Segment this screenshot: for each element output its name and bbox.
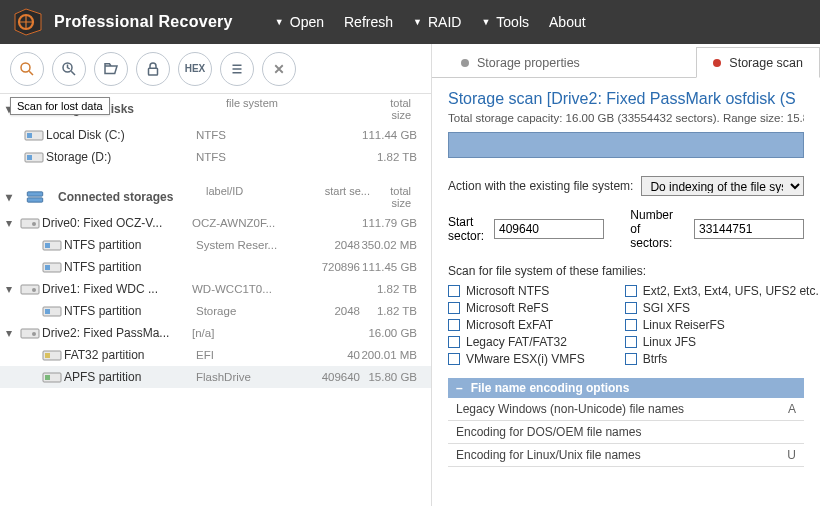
checkbox-icon (448, 319, 460, 331)
chevron-down-icon: ▼ (275, 17, 284, 27)
menu-refresh[interactable]: Refresh (344, 14, 393, 30)
svg-point-13 (32, 222, 36, 226)
collapse-icon[interactable]: ▾ (6, 190, 18, 204)
hex-button[interactable]: HEX (178, 52, 212, 86)
tab-scan-label: Storage scan (729, 56, 803, 70)
checkbox-label: Legacy FAT/FAT32 (466, 335, 567, 349)
drive-row[interactable]: ▾Drive1: Fixed WDC ...WD-WCC1T0...1.82 T… (0, 278, 431, 300)
svg-rect-7 (27, 133, 32, 138)
tab-dot-icon (461, 59, 469, 67)
menu-tools-label: Tools (496, 14, 529, 30)
partition-name: NTFS partition (64, 238, 196, 252)
svg-rect-27 (45, 375, 50, 380)
col-totalsize: total size (390, 97, 425, 121)
scan-time-button[interactable] (52, 52, 86, 86)
drive-row[interactable]: ▾Drive2: Fixed PassMa...[n/a]16.00 GB (0, 322, 431, 344)
partition-row[interactable]: FAT32 partitionEFI40200.01 MB (0, 344, 431, 366)
menu-open[interactable]: ▼Open (275, 14, 324, 30)
logical-disk-row[interactable]: Storage (D:)NTFS1.82 TB (0, 146, 431, 168)
start-sector-input[interactable] (494, 219, 604, 239)
family-checkbox[interactable]: Legacy FAT/FAT32 (448, 335, 585, 349)
menu-raid[interactable]: ▼RAID (413, 14, 461, 30)
checkbox-label: Linux ReiserFS (643, 318, 725, 332)
svg-rect-17 (45, 265, 50, 270)
svg-rect-10 (27, 192, 42, 196)
svg-point-1 (21, 63, 30, 72)
family-checkbox[interactable]: Btrfs (625, 352, 819, 366)
checkbox-label: Linux JFS (643, 335, 696, 349)
hdd-icon (20, 282, 42, 296)
lock-button[interactable] (136, 52, 170, 86)
encoding-row[interactable]: Legacy Windows (non-Unicode) file namesA (448, 398, 804, 421)
collapse-icon[interactable]: ▾ (6, 282, 20, 296)
family-checkbox[interactable]: Microsoft ExFAT (448, 318, 585, 332)
collapse-icon[interactable]: ▾ (6, 326, 20, 340)
partition-icon (42, 348, 64, 362)
family-checkbox[interactable]: VMware ESX(i) VMFS (448, 352, 585, 366)
encoding-row[interactable]: Encoding for Linux/Unix file namesU (448, 444, 804, 467)
encoding-row[interactable]: Encoding for DOS/OEM file names (448, 421, 804, 444)
list-button[interactable] (220, 52, 254, 86)
tab-storage-scan[interactable]: Storage scan (696, 47, 820, 78)
family-checkbox[interactable]: Microsoft ReFS (448, 301, 585, 315)
tab-props-label: Storage properties (477, 56, 580, 70)
app-logo-icon (12, 6, 44, 38)
partition-row[interactable]: NTFS partitionStorage20481.82 TB (0, 300, 431, 322)
scan-subtitle: Total storage capacity: 16.00 GB (335544… (448, 112, 804, 124)
close-button[interactable] (262, 52, 296, 86)
progress-bar (448, 132, 804, 158)
partition-name: APFS partition (64, 370, 196, 384)
app-title: Professional Recovery (54, 13, 233, 31)
encoding-header[interactable]: –File name encoding options (448, 378, 804, 398)
encoding-value: U (787, 448, 796, 462)
section-connected-storages: ▾ Connected storages label/IDstart se...… (0, 182, 431, 212)
collapse-icon[interactable]: ▾ (6, 216, 20, 230)
menu-raid-label: RAID (428, 14, 461, 30)
logical-disk-row[interactable]: Local Disk (C:)NTFS111.44 GB (0, 124, 431, 146)
encoding-header-label: File name encoding options (471, 381, 630, 395)
menu-about[interactable]: About (549, 14, 586, 30)
action-select[interactable]: Do indexing of the file system an (641, 176, 804, 196)
checkbox-icon (448, 302, 460, 314)
encoding-label: Encoding for Linux/Unix file names (456, 448, 641, 462)
svg-rect-3 (149, 68, 158, 75)
drive-row[interactable]: ▾Drive0: Fixed OCZ-V...OCZ-AWNZ0F...111.… (0, 212, 431, 234)
checkbox-label: SGI XFS (643, 301, 690, 315)
menu-about-label: About (549, 14, 586, 30)
checkbox-icon (448, 285, 460, 297)
partition-row[interactable]: NTFS partitionSystem Reser...2048350.02 … (0, 234, 431, 256)
svg-rect-15 (45, 243, 50, 248)
open-button[interactable] (94, 52, 128, 86)
scan-lost-data-button[interactable] (10, 52, 44, 86)
partition-row[interactable]: NTFS partition720896111.45 GB (0, 256, 431, 278)
family-checkbox[interactable]: Linux JFS (625, 335, 819, 349)
family-checkbox[interactable]: Ext2, Ext3, Ext4, UFS, UFS2 etc. (625, 284, 819, 298)
checkbox-label: Microsoft ExFAT (466, 318, 553, 332)
logo: Professional Recovery (12, 6, 233, 38)
tab-storage-properties[interactable]: Storage properties (444, 47, 597, 78)
checkbox-label: Ext2, Ext3, Ext4, UFS, UFS2 etc. (643, 284, 819, 298)
num-sectors-input[interactable] (694, 219, 804, 239)
checkbox-icon (625, 353, 637, 365)
disk-icon (24, 128, 46, 142)
chevron-down-icon: ▼ (481, 17, 490, 27)
disk-name: Storage (D:) (46, 150, 196, 164)
tabs: Storage properties Storage scan (432, 44, 820, 78)
main-menu: ▼Open Refresh ▼RAID ▼Tools About (275, 14, 586, 30)
svg-rect-22 (21, 329, 39, 338)
checkbox-icon (625, 336, 637, 348)
menu-tools[interactable]: ▼Tools (481, 14, 529, 30)
encoding-label: Legacy Windows (non-Unicode) file names (456, 402, 684, 416)
col-totalsize: total size (370, 185, 425, 209)
partition-icon (42, 260, 64, 274)
checkbox-icon (448, 336, 460, 348)
family-checkbox[interactable]: Linux ReiserFS (625, 318, 819, 332)
partition-row[interactable]: APFS partitionFlashDrive40964015.80 GB (0, 366, 431, 388)
drive-name: Drive1: Fixed WDC ... (42, 282, 192, 296)
family-checkbox[interactable]: SGI XFS (625, 301, 819, 315)
app-header: Professional Recovery ▼Open Refresh ▼RAI… (0, 0, 820, 44)
section-connected-label: Connected storages (58, 190, 198, 204)
family-checkbox[interactable]: Microsoft NTFS (448, 284, 585, 298)
minus-icon: – (456, 381, 463, 395)
partition-name: NTFS partition (64, 304, 196, 318)
